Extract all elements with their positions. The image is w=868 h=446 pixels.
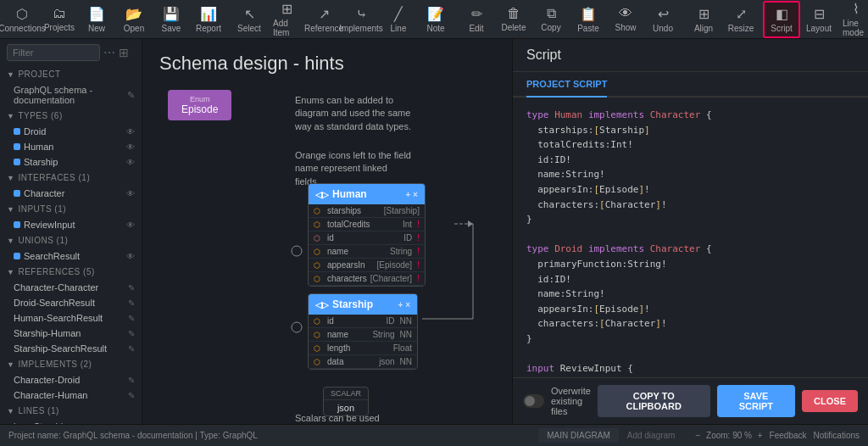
reviewinput-eye-icon[interactable]: 👁: [126, 220, 135, 230]
toolbar-copy[interactable]: ⧉ Copy: [532, 1, 570, 38]
svg-point-4: [292, 246, 302, 256]
script-code-area[interactable]: type Human implements Character { starsh…: [513, 98, 868, 377]
toolbar-reference[interactable]: ↗ Reference: [305, 1, 342, 38]
sidebar-item-droid[interactable]: Droid 👁: [0, 124, 142, 139]
sidebar-impl-char-human[interactable]: Character-Human ✎: [0, 387, 142, 403]
human-eye-icon[interactable]: 👁: [126, 142, 135, 152]
toolbar-new[interactable]: 📄 New: [78, 1, 115, 38]
toolbar-save[interactable]: 💾 Save: [153, 1, 190, 38]
toolbar-open[interactable]: 📂 Open: [115, 1, 153, 38]
toolbar-align[interactable]: ⊞ Align: [685, 1, 722, 38]
reviewinput-label: ReviewInput: [24, 220, 75, 230]
sidebar-ref-droid-sr[interactable]: Droid-SearchResult ✎: [0, 295, 142, 310]
sidebar-impl-char-droid[interactable]: Character-Droid ✎: [0, 372, 142, 387]
ref-starship-human-label: Starship-Human: [14, 328, 81, 338]
human-entity[interactable]: ◁▷ Human + × ⬡ starships [Starship] ⬡ to…: [308, 183, 426, 287]
toolbar-script[interactable]: ◧ Script: [763, 1, 800, 38]
scalar-hint-text: Scalars can be usedin type field datatyp…: [295, 413, 387, 424]
starship-eye-icon[interactable]: 👁: [126, 158, 135, 167]
main-diagram-tab[interactable]: MAIN DIAGRAM: [538, 428, 618, 443]
feedback-button[interactable]: Feedback: [770, 431, 807, 440]
toolbar-projects[interactable]: 🗂 Projects: [41, 1, 78, 38]
starship-field-name: ⬡ name String NN: [309, 328, 417, 342]
sidebar-ref-char-char[interactable]: Character-Character ✎: [0, 280, 142, 295]
toolbar-layout[interactable]: ⊟ Layout: [800, 1, 837, 38]
save-script-button[interactable]: SAVE SCRIPT: [717, 385, 796, 417]
toolbar-show[interactable]: 👁 Show: [607, 1, 644, 38]
impl-char-human-label: Character-Human: [14, 390, 87, 400]
copy-to-clipboard-button[interactable]: COPY TO CLIPBOARD: [598, 385, 710, 417]
filter-options-icon[interactable]: ⋯: [103, 46, 115, 59]
line-json-starship-edit[interactable]: ✎: [128, 422, 135, 425]
sidebar-filter: ⋯ ⊞: [0, 39, 142, 66]
sidebar-section-lines[interactable]: ▼ LINES (1): [0, 403, 142, 419]
toolbar-linemode[interactable]: ⌇ Line mode: [837, 1, 868, 38]
human-dot: [14, 143, 20, 150]
hint2-text: Orange icons left to the field name repr…: [295, 150, 411, 187]
tab-project-script[interactable]: PROJECT SCRIPT: [526, 72, 607, 98]
impl-char-droid-edit[interactable]: ✎: [128, 376, 135, 385]
interfaces-arrow: ▼: [7, 174, 14, 182]
ref-starship-sr-edit[interactable]: ✎: [128, 344, 135, 354]
sidebar-item-reviewinput[interactable]: ReviewInput 👁: [0, 217, 142, 232]
toolbar-connections[interactable]: ⬡ Connections: [3, 1, 41, 38]
toolbar-report[interactable]: 📊 Report: [190, 1, 227, 38]
character-dot: [14, 190, 20, 197]
filter-input[interactable]: [7, 44, 100, 61]
copy-icon: ⧉: [547, 6, 556, 21]
droid-eye-icon[interactable]: 👁: [126, 127, 135, 137]
note-icon: 📝: [427, 6, 444, 22]
ref-droid-sr-edit[interactable]: ✎: [128, 298, 135, 308]
sidebar-item-searchresult[interactable]: SearchResult 👁: [0, 248, 142, 264]
toolbar-line[interactable]: ╱ Line: [380, 1, 417, 38]
toolbar-paste[interactable]: 📋 Paste: [570, 1, 607, 38]
character-eye-icon[interactable]: 👁: [126, 189, 135, 198]
sidebar-section-project[interactable]: ▼ PROJECT: [0, 66, 142, 82]
notifications-button[interactable]: Notifications: [814, 431, 860, 440]
toolbar-implements[interactable]: ⤷ Implements: [342, 1, 380, 38]
sidebar-section-implements[interactable]: ▼ IMPLEMENTS (2): [0, 356, 142, 372]
zoom-in-icon[interactable]: +: [758, 431, 763, 440]
sidebar-section-unions[interactable]: ▼ UNIONS (1): [0, 232, 142, 248]
close-button[interactable]: CLOSE: [802, 390, 858, 412]
impl-char-droid-label: Character-Droid: [14, 375, 80, 385]
starship-entity[interactable]: ◁▷ Starship + × ⬡ id ID NN ⬡ name String…: [308, 293, 418, 370]
toolbar-undo[interactable]: ↩ Undo: [644, 1, 682, 38]
sidebar-ref-starship-human[interactable]: Starship-Human ✎: [0, 326, 142, 341]
add-diagram-button[interactable]: Add diagram: [620, 428, 682, 443]
toolbar-additem[interactable]: ⊞ Add Item: [268, 1, 305, 38]
sidebar-item-human[interactable]: Human 👁: [0, 139, 142, 154]
sidebar-section-inputs[interactable]: ▼ INPUTS (1): [0, 201, 142, 217]
ref-char-char-edit[interactable]: ✎: [128, 283, 135, 293]
toolbar-select[interactable]: ↖ Select: [231, 1, 268, 38]
toolbar-delete[interactable]: 🗑 Delete: [495, 1, 532, 38]
zoom-out-icon[interactable]: −: [695, 431, 700, 440]
toolbar-resize-label: Resize: [728, 24, 754, 33]
toolbar-note[interactable]: 📝 Note: [417, 1, 454, 38]
filter-grid-icon[interactable]: ⊞: [119, 46, 129, 59]
toolbar-resize[interactable]: ⤢ Resize: [722, 1, 760, 38]
json-scalar-header: SCALAR: [324, 387, 368, 400]
episode-entity[interactable]: Enum Episode: [168, 90, 231, 120]
ref-human-sr-edit[interactable]: ✎: [128, 314, 135, 323]
project-edit-icon[interactable]: ✎: [127, 90, 135, 101]
searchresult-eye-icon[interactable]: 👁: [126, 252, 135, 261]
ref-starship-human-edit[interactable]: ✎: [128, 329, 135, 338]
overwrite-toggle-knob: [525, 396, 535, 406]
sidebar-references-label: REFERENCES (5): [18, 267, 94, 276]
sidebar-ref-human-sr[interactable]: Human-SearchResult ✎: [0, 310, 142, 326]
human-label: Human: [24, 142, 53, 152]
toolbar-edit[interactable]: ✏ Edit: [458, 1, 495, 38]
sidebar-ref-starship-sr[interactable]: Starship-SearchResult ✎: [0, 341, 142, 356]
sidebar-section-types[interactable]: ▼ TYPES (6): [0, 108, 142, 124]
sidebar-section-references[interactable]: ▼ REFERENCES (5): [0, 264, 142, 280]
sidebar-item-character[interactable]: Character 👁: [0, 186, 142, 201]
overwrite-toggle[interactable]: [523, 394, 544, 408]
impl-char-human-edit[interactable]: ✎: [128, 391, 135, 400]
sidebar-line-json-starship[interactable]: json-Starship ✎: [0, 419, 142, 424]
searchresult-dot: [14, 253, 20, 259]
sidebar-item-project-name[interactable]: GraphQL schema - documentation ✎: [0, 82, 142, 108]
sidebar-item-starship[interactable]: Starship 👁: [0, 154, 142, 170]
projects-icon: 🗂: [53, 6, 66, 21]
sidebar-section-interfaces[interactable]: ▼ INTERFACES (1): [0, 170, 142, 186]
